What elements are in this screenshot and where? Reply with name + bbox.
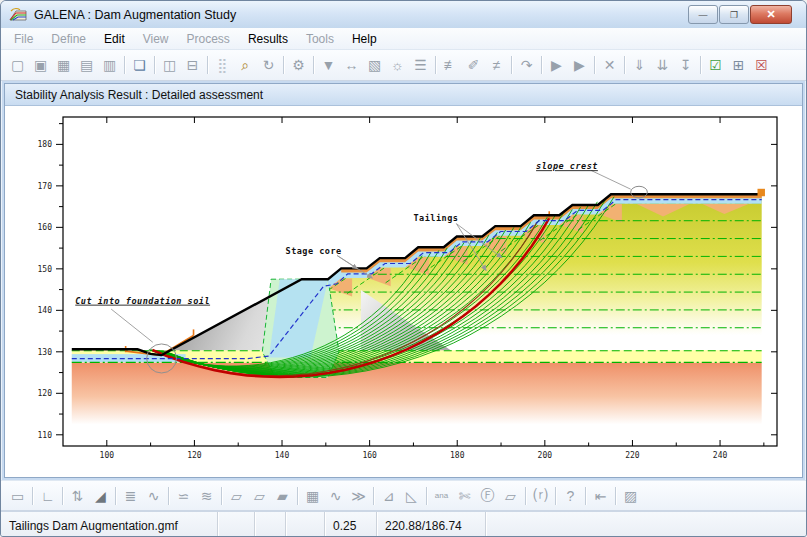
- svg-text:Stage core: Stage core: [286, 246, 342, 256]
- results-table-button[interactable]: ⊞: [727, 54, 750, 76]
- ideas-button[interactable]: ☼: [386, 54, 409, 76]
- material-layers-button[interactable]: ≣: [119, 485, 142, 507]
- toolbar-separator: [313, 56, 314, 74]
- sort-list-button[interactable]: ⇓: [628, 54, 651, 76]
- minimize-button[interactable]: —: [688, 5, 718, 24]
- seismic-load-button[interactable]: ∿: [324, 485, 347, 507]
- save-as-button[interactable]: ▤: [75, 54, 98, 76]
- close-file-button[interactable]: ▥: [98, 54, 121, 76]
- svg-text:180: 180: [450, 451, 465, 460]
- menubar: FileDefineEditViewProcessResultsToolsHel…: [1, 28, 806, 49]
- edit-profile-button[interactable]: ✐: [462, 54, 485, 76]
- region-a-button[interactable]: ▱: [225, 485, 248, 507]
- settings-button[interactable]: ⚙: [287, 54, 310, 76]
- svg-text:170: 170: [38, 182, 53, 191]
- menu-file[interactable]: File: [5, 30, 42, 48]
- query-region-button[interactable]: ?: [559, 485, 582, 507]
- point-load-button[interactable]: ≫: [347, 485, 370, 507]
- toolbar-separator: [221, 487, 222, 505]
- restart-marker-button[interactable]: ⒭: [529, 485, 552, 507]
- edit-restraints-button[interactable]: ≠: [485, 54, 508, 76]
- toolbar-top: ▢▣▦▤▥❏◫⊟⣿⌕↻⚙▼↔▧☼☰≢✐≠↷▶▶✕⇓⇊↧☑⊞☒: [1, 49, 806, 81]
- svg-text:120: 120: [187, 451, 202, 460]
- sort-down-button[interactable]: ⇊: [651, 54, 674, 76]
- menu-tools[interactable]: Tools: [297, 30, 343, 48]
- print-preview-button[interactable]: ◫: [158, 54, 181, 76]
- results-error-button[interactable]: ☒: [750, 54, 773, 76]
- phreatic-surface-button[interactable]: ⋍: [172, 485, 195, 507]
- close-button[interactable]: ✕: [750, 5, 792, 24]
- extents-button[interactable]: ↔: [340, 54, 363, 76]
- toolbar-separator: [700, 56, 701, 74]
- edit-material-button[interactable]: ≢: [439, 54, 462, 76]
- caption-buttons: — ❐ ✕: [688, 5, 800, 24]
- status-cell-2: [255, 512, 286, 537]
- toolbar-separator: [435, 56, 436, 74]
- svg-text:120: 120: [38, 389, 53, 398]
- result-window-title: Stability Analysis Result : Detailed ass…: [5, 84, 802, 106]
- toolbar-separator: [124, 56, 125, 74]
- filter-button[interactable]: ▼: [317, 54, 340, 76]
- slope-surface-button[interactable]: ◢: [89, 485, 112, 507]
- result-window: Stability Analysis Result : Detailed ass…: [4, 83, 803, 478]
- menu-results[interactable]: Results: [239, 30, 297, 48]
- cancel-button[interactable]: ✕: [598, 54, 621, 76]
- toolbar-separator: [511, 56, 512, 74]
- svg-text:140: 140: [38, 306, 53, 315]
- svg-text:100: 100: [100, 451, 115, 460]
- piezo-surface-button[interactable]: ≋: [195, 485, 218, 507]
- menu-view[interactable]: View: [134, 30, 178, 48]
- toolbar-separator: [283, 56, 284, 74]
- slip-circular-button[interactable]: ⊿: [377, 485, 400, 507]
- section-cut-button[interactable]: ✄: [453, 485, 476, 507]
- distributed-load-button[interactable]: ▦: [301, 485, 324, 507]
- menu-define[interactable]: Define: [42, 30, 95, 48]
- titlebar: GALENA : Dam Augmentation Study — ❐ ✕: [1, 1, 806, 28]
- region-b-button[interactable]: ▱: [248, 485, 271, 507]
- tree-view-button[interactable]: ☰: [409, 54, 432, 76]
- new-file-button[interactable]: ▢: [6, 54, 29, 76]
- refresh-button[interactable]: ↻: [257, 54, 280, 76]
- svg-text:180: 180: [38, 140, 53, 149]
- slip-block-button[interactable]: ◺: [400, 485, 423, 507]
- open-file-button[interactable]: ▣: [29, 54, 52, 76]
- menu-process[interactable]: Process: [178, 30, 239, 48]
- reprocess-button[interactable]: ↷: [515, 54, 538, 76]
- grid-button[interactable]: ⣿: [211, 54, 234, 76]
- menu-edit[interactable]: Edit: [95, 30, 134, 48]
- profile-flip-button[interactable]: ⇅: [66, 485, 89, 507]
- save-file-button[interactable]: ▦: [52, 54, 75, 76]
- toolbar-separator: [168, 487, 169, 505]
- print-button[interactable]: ⊟: [181, 54, 204, 76]
- slip-search-button[interactable]: ▱: [499, 485, 522, 507]
- svg-text:130: 130: [38, 348, 53, 357]
- window-title: GALENA : Dam Augmentation Study: [34, 8, 236, 22]
- restore-button[interactable]: ❐: [719, 5, 749, 24]
- svg-text:150: 150: [38, 265, 53, 274]
- axes-button[interactable]: ∟: [36, 485, 59, 507]
- toolbar-separator: [525, 487, 526, 505]
- menu-help[interactable]: Help: [343, 30, 386, 48]
- results-ok-button[interactable]: ☑: [704, 54, 727, 76]
- svg-text:160: 160: [38, 223, 53, 232]
- page-frame-button[interactable]: ▭: [6, 485, 29, 507]
- toolbar-separator: [297, 487, 298, 505]
- toolbar-separator: [207, 56, 208, 74]
- toolbar-separator: [541, 56, 542, 74]
- zoom-button[interactable]: ⌕: [234, 54, 257, 76]
- region-lock-button[interactable]: ▰: [271, 485, 294, 507]
- profile-curve-button[interactable]: ∿: [142, 485, 165, 507]
- run-analysis-button[interactable]: ▶: [545, 54, 568, 76]
- factor-box-button[interactable]: Ⓕ: [476, 485, 499, 507]
- hatch-query-button[interactable]: ▨: [619, 485, 642, 507]
- status-cell-0: Tailings Dam Augmentation.gmf: [1, 512, 218, 537]
- sort-to-end-button[interactable]: ↧: [674, 54, 697, 76]
- run-new-button[interactable]: ▶: [568, 54, 591, 76]
- svg-text:Cut into foundation soil: Cut into foundation soil: [75, 296, 210, 306]
- app-icon: [9, 7, 27, 22]
- toolbar-separator: [624, 56, 625, 74]
- copy-button[interactable]: ❏: [128, 54, 151, 76]
- image-export-button[interactable]: ▧: [363, 54, 386, 76]
- analysis-annotate-button[interactable]: ana: [430, 485, 453, 507]
- back-calculate-button[interactable]: ⇤: [589, 485, 612, 507]
